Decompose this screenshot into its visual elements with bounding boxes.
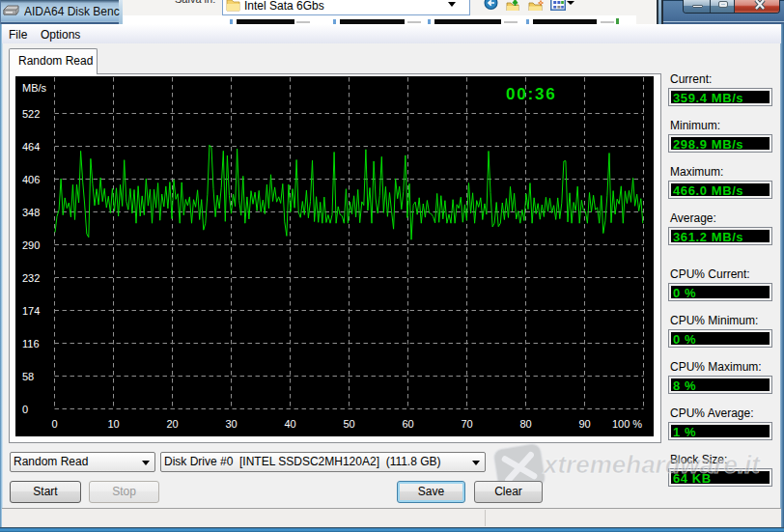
svg-text:58: 58 xyxy=(22,371,34,382)
svg-text:10: 10 xyxy=(107,418,119,430)
svg-text:0: 0 xyxy=(51,418,57,430)
svg-text:290: 290 xyxy=(22,239,40,251)
svg-text:406: 406 xyxy=(22,174,40,185)
svg-text:40: 40 xyxy=(284,418,295,430)
svg-text:174: 174 xyxy=(22,305,40,317)
svg-text:80: 80 xyxy=(519,418,531,430)
svg-text:348: 348 xyxy=(22,207,40,218)
svg-text:232: 232 xyxy=(22,272,40,284)
svg-text:70: 70 xyxy=(461,418,472,430)
svg-text:30: 30 xyxy=(225,418,237,430)
svg-text:60: 60 xyxy=(402,418,413,430)
svg-text:464: 464 xyxy=(22,141,40,153)
svg-text:20: 20 xyxy=(166,418,178,430)
svg-text:100 %: 100 % xyxy=(612,418,642,430)
svg-text:50: 50 xyxy=(343,418,354,430)
svg-text:00:36: 00:36 xyxy=(506,85,556,103)
svg-text:116: 116 xyxy=(22,338,40,350)
svg-text:522: 522 xyxy=(22,108,40,120)
svg-text:MB/s: MB/s xyxy=(22,82,47,94)
svg-text:0: 0 xyxy=(22,404,28,415)
svg-text:90: 90 xyxy=(578,418,590,430)
